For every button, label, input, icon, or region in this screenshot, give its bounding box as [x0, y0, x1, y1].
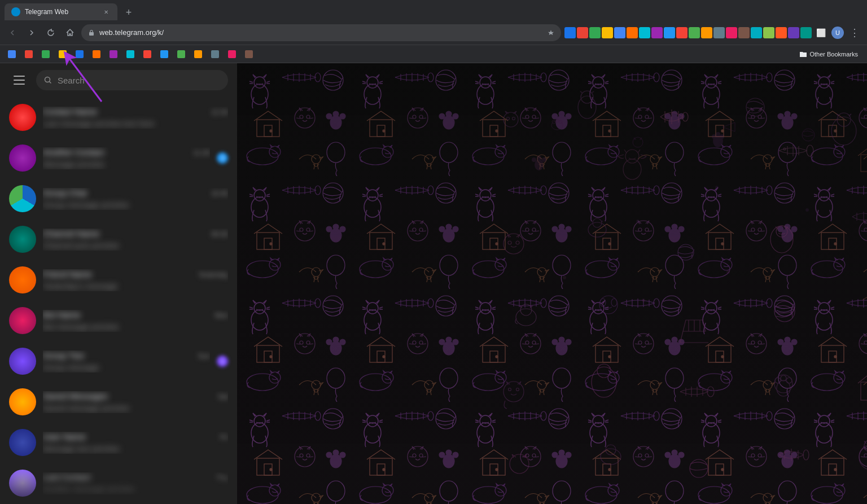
extension-icon-16[interactable] [751, 27, 762, 38]
bookmark-item[interactable] [5, 48, 19, 60]
chat-name: Group Chat [43, 188, 87, 198]
bookmark-favicon [8, 50, 16, 58]
chat-item[interactable]: Bot Name Mon Bot message preview [0, 300, 237, 341]
chat-preview: Message preview [43, 160, 104, 169]
profile-button[interactable]: U [830, 25, 846, 41]
avatar [9, 144, 36, 172]
chat-info: Channel Name 09:30 Channel post preview [43, 229, 228, 251]
extension-icon-3[interactable] [589, 27, 601, 38]
forward-button[interactable] [24, 25, 40, 41]
chat-name-row: Channel Name 09:30 [43, 229, 228, 238]
avatar [9, 348, 36, 375]
chat-item[interactable]: User Name Fri Message text preview [0, 422, 237, 463]
chat-item[interactable]: Group Two Sun Group message 1 [0, 341, 237, 382]
chat-name-row: Group Chat 10:45 [43, 188, 228, 198]
chat-name: Bot Name [43, 310, 81, 319]
tab-close-button[interactable]: ✕ [102, 7, 111, 16]
chat-name-row: Saved Messages Sat [43, 391, 228, 401]
bookmark-favicon [126, 50, 134, 58]
address-bar[interactable]: web.telegram.org/k/ [81, 24, 561, 41]
chat-name-row: Friend Name Yesterday [43, 269, 228, 279]
chat-name-row: Group Two Sun [43, 350, 210, 360]
bookmark-item[interactable] [157, 48, 172, 60]
other-bookmarks[interactable]: Other Bookmarks [795, 50, 862, 58]
bookmark-item[interactable] [55, 48, 70, 60]
new-tab-button[interactable]: + [121, 5, 137, 20]
more-button[interactable]: ⋮ [847, 25, 862, 41]
chat-preview: Last message preview text here [43, 119, 155, 128]
tab-title: Telegram Web [25, 8, 97, 16]
extension-icon-9[interactable] [664, 27, 675, 38]
avatar [9, 104, 36, 131]
chat-name: Friend Name [43, 269, 92, 279]
extension-icon-14[interactable] [726, 27, 737, 38]
extensions-button[interactable]: ⬜ [813, 25, 829, 41]
bookmark-item[interactable] [191, 48, 205, 60]
bookmark-item[interactable] [38, 48, 53, 60]
profile-avatar: U [831, 27, 844, 39]
chat-name: Contact Name [43, 107, 97, 116]
extension-icon-11[interactable] [689, 27, 700, 38]
bookmark-item[interactable] [89, 48, 104, 60]
chat-name: Group Two [43, 350, 84, 360]
extension-icon-13[interactable] [713, 27, 725, 38]
extension-icon-6[interactable] [627, 27, 638, 38]
extension-icon-7[interactable] [639, 27, 650, 38]
tg-main-area [237, 63, 867, 504]
extension-icon-10[interactable] [676, 27, 688, 38]
reload-button[interactable] [43, 25, 59, 41]
chat-item[interactable]: Saved Messages Sat Saved message preview [0, 382, 237, 422]
bookmark-favicon [76, 50, 84, 58]
extension-icon-4[interactable] [602, 27, 613, 38]
avatar [9, 185, 36, 212]
bookmark-item[interactable] [208, 48, 222, 60]
extension-icon-20[interactable] [800, 27, 812, 38]
chat-preview: Yesterday's message [43, 282, 117, 291]
svg-rect-1 [14, 76, 25, 77]
chat-name: Channel Name [43, 229, 99, 238]
bookmark-item[interactable] [123, 48, 138, 60]
extension-icon-18[interactable] [776, 27, 787, 38]
bookmark-item[interactable] [140, 48, 155, 60]
chat-name-row: Last Contact Thu [43, 472, 228, 482]
avatar [9, 266, 36, 293]
bookmark-favicon [245, 50, 253, 58]
bookmark-item[interactable] [106, 48, 121, 60]
chat-item[interactable]: Last Contact Thu Another message preview [0, 463, 237, 503]
bookmark-item[interactable] [242, 48, 256, 60]
search-bar[interactable]: Search [36, 70, 228, 90]
chat-preview: Bot message preview [43, 322, 119, 331]
chat-name-row: Bot Name Mon [43, 310, 228, 319]
chat-preview: Group message [43, 363, 99, 372]
bookmark-item[interactable] [21, 48, 36, 60]
avatar [9, 470, 36, 497]
chat-item[interactable]: Friend Name Yesterday Yesterday's messag… [0, 260, 237, 300]
avatar [9, 388, 36, 415]
chat-name-row: User Name Fri [43, 432, 228, 441]
extension-icon-15[interactable] [738, 27, 750, 38]
extension-icon-17[interactable] [763, 27, 774, 38]
chat-item[interactable]: Another Contact 11:20 Message preview 3 [0, 138, 237, 178]
extension-icon-12[interactable] [701, 27, 712, 38]
chat-item[interactable]: Channel Name 09:30 Channel post preview [0, 219, 237, 260]
menu-button[interactable] [9, 70, 29, 90]
chat-item[interactable]: Contact Name 12:34 Last message preview … [0, 97, 237, 138]
chat-item[interactable]: Group Chat 10:45 Group message preview [0, 178, 237, 219]
chat-name-row: Another Contact 11:20 [43, 147, 210, 157]
home-button[interactable] [62, 25, 78, 41]
bookmark-item[interactable] [174, 48, 189, 60]
extension-icon-5[interactable] [614, 27, 625, 38]
bookmark-favicon [93, 50, 100, 58]
extension-icon-19[interactable] [788, 27, 799, 38]
extension-icon-1[interactable] [564, 27, 576, 38]
lock-icon [88, 29, 95, 36]
bookmark-item[interactable] [225, 48, 239, 60]
extension-icon-8[interactable] [651, 27, 663, 38]
extension-icon-2[interactable] [577, 27, 588, 38]
chat-name: Saved Messages [43, 391, 108, 401]
active-tab[interactable]: Telegram Web ✕ [5, 3, 117, 20]
bookmark-item[interactable] [72, 48, 87, 60]
back-button[interactable] [5, 25, 20, 41]
tg-header: Search [0, 63, 237, 97]
other-bookmarks-label: Other Bookmarks [809, 51, 858, 58]
